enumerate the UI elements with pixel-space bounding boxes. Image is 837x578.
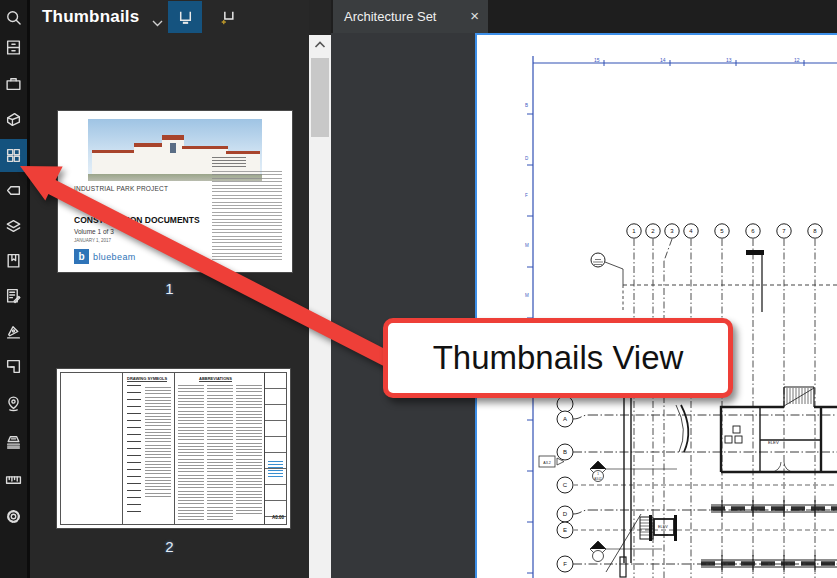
svg-text:15: 15 (594, 57, 600, 63)
svg-text:A3.2: A3.2 (543, 461, 550, 465)
markup-list-icon[interactable] (0, 280, 27, 310)
bluebeam-wordmark: bluebeam (93, 252, 136, 262)
thumbnail-page-1[interactable]: INDUSTRIAL PARK PROJECT CONSTRUCTION DOC… (58, 111, 292, 272)
tab-label: Architecture Set (344, 9, 437, 24)
svg-text:ELEV: ELEV (768, 440, 779, 445)
svg-text:A: A (563, 416, 567, 422)
architectural-drawing: 15 14 13 12 B D F M M (477, 35, 837, 578)
svg-text:M: M (525, 243, 529, 248)
thumbnails-panel: Thumbnails INDUSTRIAL PARK PROJECT CONST… (30, 0, 309, 578)
svg-text:13: 13 (726, 57, 732, 63)
svg-text:B: B (563, 449, 567, 455)
stack-icon[interactable] (0, 426, 27, 456)
search-icon[interactable] (0, 2, 27, 32)
gear-icon[interactable] (0, 501, 27, 531)
svg-text:12: 12 (794, 57, 800, 63)
thumbnails-grid-icon[interactable] (0, 140, 27, 170)
svg-text:B: B (525, 103, 528, 108)
svg-text:F: F (563, 561, 567, 567)
thumbnail-page-2[interactable]: DRAWING SYMBOLS ABBREVIATIONS A0.00 (57, 369, 290, 528)
file-cabinet-icon[interactable] (0, 32, 27, 62)
svg-text:D: D (525, 156, 529, 161)
dock-panel-button[interactable] (168, 1, 202, 33)
scroll-up-button[interactable] (309, 35, 331, 55)
sheet-index-lines (212, 171, 282, 263)
thumbnails-panel-header: Thumbnails (30, 0, 309, 36)
drawing-page[interactable]: 15 14 13 12 B D F M M (475, 33, 837, 578)
doc-volume: Volume 1 of 3 (74, 228, 114, 235)
close-icon[interactable]: × (470, 6, 479, 25)
svg-text:ELEV: ELEV (658, 525, 668, 529)
panel-title: Thumbnails (42, 7, 139, 27)
svg-text:A3.02: A3.02 (594, 477, 602, 481)
tag-icon[interactable] (0, 175, 27, 205)
document-tab-bar: Architecture Set × (331, 0, 837, 33)
chevron-down-icon[interactable] (152, 13, 163, 31)
title-block: A0.00 (264, 373, 286, 524)
toolbox-icon[interactable] (0, 68, 27, 98)
scrollbar-thumb[interactable] (311, 58, 329, 137)
location-pin-icon[interactable] (0, 388, 27, 418)
svg-text:14: 14 (660, 57, 666, 63)
vertical-scrollbar[interactable] (309, 35, 331, 578)
icon-sidebar (0, 0, 30, 578)
svg-text:F: F (525, 193, 528, 198)
abbreviations-header: ABBREVIATIONS (199, 376, 232, 382)
page-1-label: 1 (30, 280, 309, 297)
sheet-frame: DRAWING SYMBOLS ABBREVIATIONS A0.00 (60, 372, 287, 525)
svg-text:M: M (525, 293, 529, 298)
callout-text: Thumbnails View (433, 339, 684, 377)
ruler-icon[interactable] (0, 464, 27, 494)
bluebeam-logo-icon: b (74, 249, 89, 264)
symbols-header: DRAWING SYMBOLS (127, 376, 167, 382)
doc-date: JANUARY 1, 2017 (74, 238, 111, 243)
floorplan-icon[interactable] (0, 351, 27, 381)
svg-text:D: D (563, 511, 568, 517)
svg-text:E: E (563, 527, 567, 533)
document-view[interactable]: 15 14 13 12 B D F M M (331, 33, 837, 578)
thumbnails-view-callout: Thumbnails View (383, 318, 733, 398)
model-box-icon[interactable] (0, 104, 27, 134)
bookmark-icon[interactable] (0, 245, 27, 275)
page-2-label: 2 (30, 538, 309, 555)
new-dock-panel-button[interactable] (210, 1, 244, 33)
pen-icon[interactable] (0, 316, 27, 346)
doc-title: CONSTRUCTION DOCUMENTS (74, 215, 200, 225)
project-name: INDUSTRIAL PARK PROJECT (74, 185, 168, 192)
layers-icon[interactable] (0, 211, 27, 241)
svg-text:C: C (563, 482, 568, 488)
tab-architecture-set[interactable]: Architecture Set × (333, 0, 488, 33)
sheet-number: A0.00 (272, 515, 284, 520)
